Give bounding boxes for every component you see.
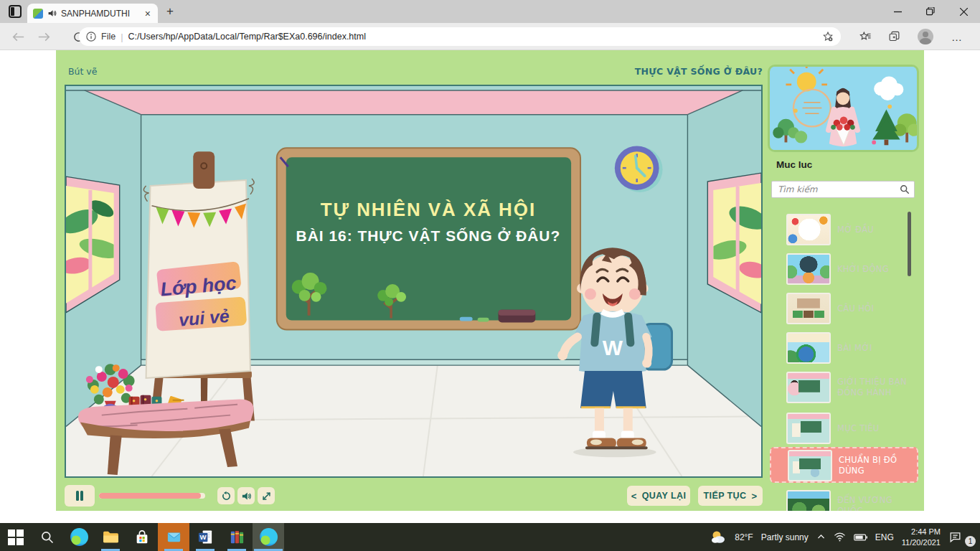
tab-favicon-icon — [33, 9, 43, 19]
search-input[interactable] — [776, 184, 900, 195]
address-url[interactable]: C:/Users/hp/AppData/Local/Temp/Rar$EXa0.… — [128, 32, 817, 42]
browser-titlebar: SANPHAMDUTHI × + — [0, 0, 980, 23]
progress-bar[interactable] — [99, 493, 205, 499]
toc-thumbnail — [786, 372, 831, 403]
start-button[interactable] — [0, 523, 32, 551]
close-button[interactable] — [947, 0, 980, 23]
toc-search[interactable] — [771, 181, 915, 198]
classroom-illustration: TỰ NHIÊN VÀ XÃ HỘI BÀI 16: THỰC VẬT SỐNG… — [66, 86, 761, 476]
toc-item-muc-tieu[interactable]: MỤC TIÊU — [770, 411, 918, 447]
toc-title: Muc luc — [776, 159, 812, 170]
notifications-icon[interactable] — [948, 530, 962, 544]
wifi-icon[interactable] — [834, 532, 846, 542]
tab-actions-icon[interactable] — [9, 5, 22, 18]
tab-audio-icon[interactable] — [47, 9, 57, 18]
toc-scrollbar[interactable] — [908, 212, 911, 276]
taskbar-mail-icon[interactable] — [158, 523, 189, 551]
toc-item-chuan-bi-do-dung[interactable]: CHUẨN BỊ ĐỒ DÙNG — [770, 447, 918, 483]
lesson-title: THỰC VẬT SỐNG Ở ĐÂU? — [515, 66, 763, 77]
toc-item-cau-hoi[interactable]: CÂU HỎI — [770, 291, 918, 327]
bookmark-star-icon[interactable] — [822, 31, 834, 42]
clock-date: 11/20/2021 — [902, 537, 941, 547]
language-indicator[interactable]: ENG — [875, 532, 894, 542]
chevron-right-icon: > — [751, 491, 757, 501]
back-arrow-icon[interactable] — [10, 29, 26, 44]
chevron-left-icon: < — [631, 491, 637, 501]
board-lesson: BÀI 16: THỰC VẬT SỐNG Ở ĐÂU? — [296, 227, 561, 244]
taskbar-edge-active-icon[interactable] — [253, 523, 284, 551]
board-subject: TỰ NHIÊN VÀ XÃ HỘI — [321, 199, 536, 220]
tab-close-icon[interactable]: × — [143, 8, 152, 19]
address-bar[interactable]: File | C:/Users/hp/AppData/Local/Temp/Ra… — [79, 27, 841, 46]
minimize-button[interactable] — [881, 0, 914, 23]
toc-thumbnail — [786, 214, 831, 245]
volume-button[interactable] — [237, 487, 255, 504]
toc-thumbnail — [786, 253, 831, 285]
teacher-video[interactable] — [768, 65, 919, 152]
taskbar-store-icon[interactable] — [126, 523, 158, 551]
fullscreen-button[interactable] — [258, 487, 275, 504]
svg-text:W: W — [199, 533, 207, 541]
toc-item-den-vuong-quoc[interactable]: ĐẾN VƯƠNG QUỐC — [770, 489, 918, 511]
weather-condition[interactable]: Partly sunny — [761, 532, 809, 542]
toc-thumbnail — [786, 332, 831, 364]
page-area: Bút vẽ THỰC VẬT SỐNG Ở ĐÂU? — [0, 50, 980, 523]
weather-temp[interactable]: 82°F — [735, 532, 753, 542]
toc-thumbnail — [786, 413, 831, 444]
address-scheme: File — [101, 32, 116, 42]
taskbar-edge-icon[interactable] — [63, 523, 95, 551]
battery-icon[interactable] — [854, 533, 867, 542]
screen: SANPHAMDUTHI × + File | C:/Users/hp/AppD… — [0, 0, 980, 551]
taskbar-search-icon[interactable] — [32, 523, 63, 551]
notification-badge: 1 — [965, 536, 976, 547]
tab-title: SANPHAMDUTHI — [61, 9, 139, 19]
toc-thumbnail — [786, 293, 831, 324]
replay-button[interactable] — [217, 487, 235, 504]
next-nav-button[interactable]: TIẾP TỤC > — [698, 486, 763, 506]
taskbar-file-explorer-icon[interactable] — [95, 523, 126, 551]
windows-taskbar: W 82°F Partly sunny ENG 2:44 PM 11/20/20… — [0, 523, 980, 551]
course-player-panel: Bút vẽ THỰC VẬT SỐNG Ở ĐÂU? — [56, 50, 924, 511]
blackboard: TỰ NHIÊN VÀ XÃ HỘI BÀI 16: THỰC VẬT SỐNG… — [277, 148, 580, 329]
toc-item-gioi-thieu[interactable]: GIỚI THIỆU BẠN ĐỒNG HÀNH — [770, 370, 918, 406]
toc-thumbnail — [786, 490, 831, 511]
slide-stage[interactable]: TỰ NHIÊN VÀ XÃ HỘI BÀI 16: THỰC VẬT SỐNG… — [65, 85, 763, 478]
toc-item-bai-moi[interactable]: BÀI MỚI — [770, 331, 918, 367]
pen-tool-button[interactable]: Bút vẽ — [68, 66, 97, 77]
profile-avatar[interactable] — [917, 29, 934, 44]
info-icon[interactable] — [86, 32, 96, 42]
toc-thumbnail — [788, 450, 832, 481]
back-nav-button[interactable]: < QUAY LẠI — [627, 486, 690, 506]
teacher-video-illustration — [770, 67, 917, 150]
forward-arrow-icon[interactable] — [36, 29, 52, 44]
progress-fill — [99, 493, 201, 499]
favorites-star-icon[interactable] — [857, 29, 874, 44]
new-tab-button[interactable]: + — [166, 4, 174, 19]
shirt-letter: W — [603, 336, 623, 359]
collections-icon[interactable] — [885, 29, 903, 44]
clock-time: 2:44 PM — [902, 527, 941, 537]
taskbar-winrar-icon[interactable] — [221, 523, 253, 551]
weather-icon[interactable] — [710, 529, 727, 546]
system-tray: 82°F Partly sunny ENG 2:44 PM 11/20/2021… — [710, 523, 976, 551]
settings-menu-icon[interactable]: … — [948, 29, 966, 44]
toc-item-mo-dau[interactable]: MỞ ĐẦU — [770, 212, 918, 248]
browser-toolbar: File | C:/Users/hp/AppData/Local/Temp/Ra… — [0, 23, 980, 50]
browser-tab[interactable]: SANPHAMDUTHI × — [27, 4, 158, 23]
search-icon[interactable] — [900, 184, 910, 194]
chevron-up-icon[interactable] — [816, 532, 826, 542]
pause-button[interactable] — [65, 485, 95, 507]
taskbar-word-icon[interactable]: W — [189, 523, 221, 551]
toc-item-khoi-dong[interactable]: KHỞI ĐỘNG — [770, 252, 918, 288]
taskbar-clock[interactable]: 2:44 PM 11/20/2021 — [902, 527, 941, 547]
restore-button[interactable] — [914, 0, 947, 23]
